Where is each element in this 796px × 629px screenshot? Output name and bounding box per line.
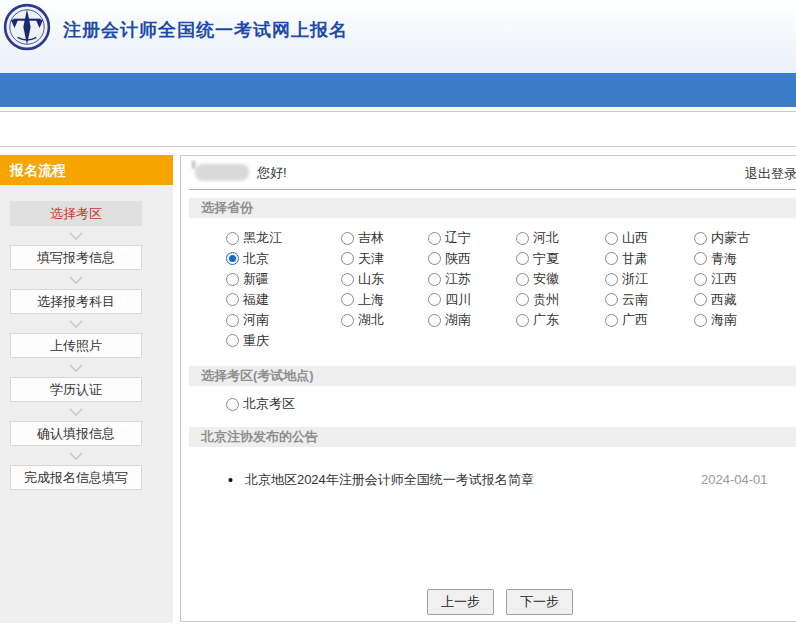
province-option[interactable]: 福建 bbox=[226, 291, 341, 309]
province-option[interactable]: 山西 bbox=[605, 229, 694, 247]
radio-icon[interactable] bbox=[516, 273, 529, 286]
province-label: 福建 bbox=[243, 291, 269, 309]
chevron-down-icon bbox=[10, 270, 142, 289]
exam-area-option[interactable]: 北京考区 bbox=[226, 395, 295, 413]
radio-icon[interactable] bbox=[516, 252, 529, 265]
province-label: 西藏 bbox=[711, 291, 737, 309]
next-step-button[interactable]: 下一步 bbox=[506, 589, 573, 615]
radio-icon[interactable] bbox=[694, 273, 707, 286]
province-option[interactable]: 辽宁 bbox=[428, 229, 516, 247]
province-option[interactable]: 安徽 bbox=[516, 270, 605, 288]
radio-icon[interactable] bbox=[605, 314, 618, 327]
province-option[interactable]: 山东 bbox=[341, 270, 428, 288]
radio-icon[interactable] bbox=[226, 293, 239, 306]
radio-icon[interactable] bbox=[605, 273, 618, 286]
province-option[interactable]: 湖南 bbox=[428, 311, 516, 329]
sidebar-step-5[interactable]: 学历认证 bbox=[10, 377, 142, 402]
sidebar: 报名流程 选择考区填写报考信息选择报考科目上传照片学历认证确认填报信息完成报名信… bbox=[0, 155, 173, 623]
province-label: 上海 bbox=[358, 291, 384, 309]
province-option[interactable]: 湖北 bbox=[341, 311, 428, 329]
radio-icon[interactable] bbox=[341, 293, 354, 306]
province-option[interactable]: 广东 bbox=[516, 311, 605, 329]
province-label: 甘肃 bbox=[622, 250, 648, 268]
province-option[interactable]: 天津 bbox=[341, 250, 428, 268]
sidebar-steps: 选择考区填写报考信息选择报考科目上传照片学历认证确认填报信息完成报名信息填写 bbox=[0, 185, 173, 490]
sidebar-step-1[interactable]: 选择考区 bbox=[10, 201, 142, 226]
province-option[interactable]: 北京 bbox=[226, 250, 341, 268]
province-label: 宁夏 bbox=[533, 250, 559, 268]
chevron-down-icon bbox=[10, 402, 142, 421]
sidebar-step-2[interactable]: 填写报考信息 bbox=[10, 245, 142, 270]
province-option[interactable]: 宁夏 bbox=[516, 250, 605, 268]
province-option[interactable]: 广西 bbox=[605, 311, 694, 329]
province-option[interactable]: 黑龙江 bbox=[226, 229, 341, 247]
radio-icon[interactable] bbox=[428, 293, 441, 306]
section-header-announcements: 北京注协发布的公告 bbox=[189, 427, 796, 447]
province-option[interactable]: 海南 bbox=[694, 311, 796, 329]
radio-icon[interactable] bbox=[694, 232, 707, 245]
radio-icon[interactable] bbox=[605, 232, 618, 245]
radio-icon[interactable] bbox=[516, 232, 529, 245]
sidebar-step-6[interactable]: 确认填报信息 bbox=[10, 421, 142, 446]
main-panel: ‡ 您好! 退出登录 选择省份 黑龙江吉林辽宁河北山西内蒙古北京天津陕西宁夏甘肃… bbox=[180, 155, 796, 622]
form-actions: 上一步 下一步 bbox=[181, 589, 796, 615]
radio-icon[interactable] bbox=[694, 252, 707, 265]
radio-icon[interactable] bbox=[226, 252, 239, 265]
province-option[interactable]: 江苏 bbox=[428, 270, 516, 288]
section-header-province: 选择省份 bbox=[189, 198, 796, 218]
sidebar-step-4[interactable]: 上传照片 bbox=[10, 333, 142, 358]
province-option[interactable]: 内蒙古 bbox=[694, 229, 796, 247]
radio-icon[interactable] bbox=[341, 314, 354, 327]
province-option[interactable]: 贵州 bbox=[516, 291, 605, 309]
radio-icon[interactable] bbox=[226, 273, 239, 286]
sidebar-step-7[interactable]: 完成报名信息填写 bbox=[10, 465, 142, 490]
radio-icon[interactable] bbox=[605, 252, 618, 265]
radio-icon[interactable] bbox=[694, 293, 707, 306]
province-option[interactable]: 云南 bbox=[605, 291, 694, 309]
province-label: 云南 bbox=[622, 291, 648, 309]
bullet-icon: • bbox=[228, 472, 233, 488]
radio-icon[interactable] bbox=[226, 232, 239, 245]
radio-icon[interactable] bbox=[694, 314, 707, 327]
province-option[interactable]: 陕西 bbox=[428, 250, 516, 268]
province-option[interactable]: 河北 bbox=[516, 229, 605, 247]
radio-icon[interactable] bbox=[605, 293, 618, 306]
radio-icon[interactable] bbox=[226, 314, 239, 327]
province-option[interactable]: 青海 bbox=[694, 250, 796, 268]
divider bbox=[0, 111, 796, 112]
province-option[interactable]: 四川 bbox=[428, 291, 516, 309]
province-option[interactable]: 上海 bbox=[341, 291, 428, 309]
radio-icon[interactable] bbox=[516, 314, 529, 327]
sidebar-step-3[interactable]: 选择报考科目 bbox=[10, 289, 142, 314]
province-label: 广西 bbox=[622, 311, 648, 329]
province-option[interactable]: 吉林 bbox=[341, 229, 428, 247]
chevron-down-icon bbox=[10, 358, 142, 377]
province-option[interactable]: 甘肃 bbox=[605, 250, 694, 268]
radio-icon[interactable] bbox=[516, 293, 529, 306]
province-option[interactable]: 江西 bbox=[694, 270, 796, 288]
radio-icon[interactable] bbox=[428, 232, 441, 245]
page-title: 注册会计师全国统一考试网上报名 bbox=[63, 18, 348, 42]
page: 注册会计师全国统一考试网上报名 报名流程 选择考区填写报考信息选择报考科目上传照… bbox=[0, 0, 796, 629]
province-option[interactable]: 重庆 bbox=[226, 332, 341, 350]
radio-icon[interactable] bbox=[428, 252, 441, 265]
previous-step-button[interactable]: 上一步 bbox=[427, 589, 494, 615]
province-option[interactable]: 新疆 bbox=[226, 270, 341, 288]
province-label: 山西 bbox=[622, 229, 648, 247]
chevron-down-icon bbox=[10, 226, 142, 245]
province-option[interactable]: 河南 bbox=[226, 311, 341, 329]
logout-link[interactable]: 退出登录 bbox=[745, 165, 796, 183]
radio-icon[interactable] bbox=[341, 252, 354, 265]
radio-icon[interactable] bbox=[226, 334, 239, 347]
radio-icon[interactable] bbox=[428, 273, 441, 286]
radio-icon[interactable] bbox=[428, 314, 441, 327]
radio-icon[interactable] bbox=[226, 398, 239, 411]
radio-icon[interactable] bbox=[341, 232, 354, 245]
province-option[interactable]: 浙江 bbox=[605, 270, 694, 288]
province-option[interactable]: 西藏 bbox=[694, 291, 796, 309]
radio-icon[interactable] bbox=[341, 273, 354, 286]
province-label: 辽宁 bbox=[445, 229, 471, 247]
announcement-title[interactable]: 北京地区2024年注册会计师全国统一考试报名简章 bbox=[245, 471, 534, 489]
province-label: 河北 bbox=[533, 229, 559, 247]
chevron-down-icon bbox=[10, 314, 142, 333]
